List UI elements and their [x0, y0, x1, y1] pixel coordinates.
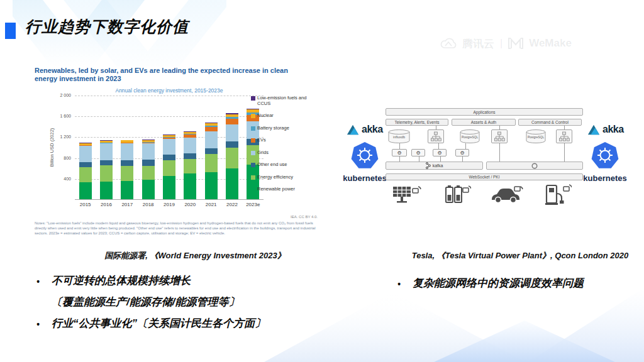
kafka-icon [426, 162, 431, 169]
chart-subtitle: Annual clean energy investment, 2015-202… [75, 87, 264, 94]
iea-chart: Renewables, led by solar, and EVs are le… [35, 67, 319, 238]
akka-label: akka [362, 124, 383, 135]
legend-item: Low-emission fuels and CCUS [251, 96, 318, 106]
legend-item: Grids [251, 150, 318, 156]
cluster-icon [493, 131, 506, 142]
legend-swatch [251, 114, 255, 118]
stacked-bar-2017 [121, 140, 133, 199]
cluster-icon [558, 131, 570, 142]
circle-icon [531, 163, 538, 169]
connector-line [399, 143, 400, 149]
bar-segment [79, 167, 92, 182]
legend-swatch [251, 187, 255, 192]
connector-line [399, 156, 400, 162]
tencent-cloud-icon [440, 38, 457, 49]
bar-segment [226, 141, 238, 148]
car-icon [491, 185, 523, 207]
signal-icon [413, 187, 421, 193]
bar-segment [142, 143, 155, 160]
y-tick-label: 800 [35, 156, 71, 160]
legend-swatch [251, 138, 255, 143]
bar-segment [226, 119, 238, 125]
stacked-bar-2015 [79, 143, 92, 199]
bar-segment [184, 173, 196, 199]
bar-segment [205, 154, 218, 172]
bullet-text: 不可逆转的总体规模持续增长 [52, 274, 191, 288]
stacked-bar-2020 [184, 131, 196, 199]
bar-segment [205, 131, 218, 148]
bar-segment [121, 166, 133, 181]
akka-icon [587, 123, 601, 136]
applications-box: Applications [386, 108, 583, 116]
bar-segment [163, 160, 175, 175]
wemake-icon [508, 37, 523, 50]
bullet-marker: • [36, 317, 52, 331]
stacked-bar-2018 [142, 140, 155, 199]
bullet-item: • 复杂能源网络中的资源调度效率问题 [397, 277, 636, 291]
gear-icon: ⚙ [460, 150, 464, 156]
akka-label: akka [602, 124, 624, 135]
connector-line [564, 126, 565, 129]
legend-swatch [251, 126, 255, 131]
x-tick-label: 2016 [96, 202, 116, 207]
x-tick-label: 2019 [158, 202, 179, 207]
stacked-bar-2021 [205, 123, 218, 199]
service-gear-box: ⚙ [433, 149, 447, 156]
connector-line [465, 143, 466, 149]
bar-segment [142, 166, 155, 180]
bar-segment [79, 146, 92, 163]
wemake-label: WeMake [529, 37, 572, 50]
stacked-bar-2019 [163, 134, 175, 199]
bullet-marker: • [397, 277, 413, 291]
y-tick-label: 1 600 [35, 114, 71, 118]
diagram-caption: Tesla, 《Tesla Virtual Power Plant》, Qcon… [402, 250, 638, 261]
x-tick-label: 2018 [138, 202, 158, 207]
decoration-top-left [13, 0, 226, 75]
websocket-pki-bar: WebSocket / PKI [386, 173, 583, 180]
legend-swatch [251, 163, 255, 167]
influxdb-label: influxdb [393, 135, 405, 139]
akka-logo-left: akka [346, 123, 383, 136]
chart-headline: Renewables, led by solar, and EVs are le… [35, 67, 299, 83]
signal-icon [564, 185, 572, 191]
kubernetes-label-right: kubernetes [580, 173, 630, 183]
bar-segment [100, 182, 113, 199]
ev-charger-icon [544, 184, 572, 209]
http-bar [486, 162, 583, 170]
akka-icon [346, 123, 360, 136]
kubernetes-icon-right [591, 142, 619, 170]
y-tick-label: 1 200 [35, 134, 71, 139]
connector-line [499, 143, 500, 162]
battery-icon [445, 184, 471, 207]
connector-line [499, 126, 500, 129]
bullet-item: • 行业“公共事业化”〔关系国计民生各个方面〕 [36, 317, 338, 331]
chart-y-axis-label: Billion USD (2022) [49, 96, 55, 200]
solar-panel-icon [392, 184, 422, 208]
telemetry-box: Telemetry, Alerts, Events [386, 119, 448, 126]
legend-label: EVs [257, 138, 266, 143]
bullet-marker: • [36, 274, 52, 288]
bullet-text: 复杂能源网络中的资源调度效率问题 [413, 277, 584, 291]
bullet-subtext: 〔覆盖能源生产/能源存储/能源管理等〕 [36, 295, 338, 310]
chart-plot [75, 96, 264, 200]
bar-segment [205, 148, 218, 154]
gear-icon: ⚙ [397, 150, 401, 156]
x-tick-label: 2015 [75, 202, 96, 207]
stacked-bar-2022 [226, 113, 238, 199]
bullet-text: 行业“公共事业化”〔关系国计民生各个方面〕 [52, 317, 265, 331]
y-tick-label: 400 [35, 177, 71, 181]
connector-line [564, 143, 565, 162]
assets-auth-box: Assets & Auth [452, 119, 516, 126]
chart-x-labels: 201520162017201820192020202120222023e [75, 202, 264, 207]
postgresql-label: PostgreSQL [462, 136, 478, 139]
kafka-bar: kafka [386, 162, 483, 170]
service-gear-box: ⚙ [455, 149, 469, 156]
connector-line [462, 156, 463, 162]
bullet-item: • 不可逆转的总体规模持续增长 [36, 274, 338, 288]
bar-segment [163, 176, 175, 199]
akka-cluster-box [491, 129, 508, 143]
bar-segment [184, 138, 196, 153]
legend-item: Energy efficiency [251, 175, 318, 180]
signal-icon [514, 187, 523, 191]
gridline [75, 96, 264, 96]
